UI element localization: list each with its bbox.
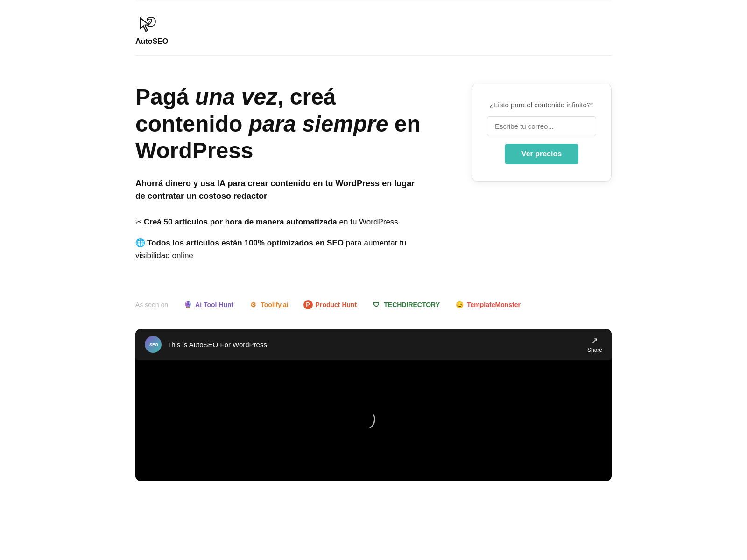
video-header-left: SEO This is AutoSEO For WordPress! [145,336,269,353]
email-input[interactable] [487,116,596,136]
toolify-label: Toolify.ai [261,301,288,308]
loading-cursor: ) [369,412,378,429]
video-share-button[interactable]: ↗ Share [587,336,602,353]
feature1-link[interactable]: Creá 50 artículos por hora de manera aut… [144,217,337,226]
video-container[interactable]: SEO This is AutoSEO For WordPress! ↗ Sha… [135,329,612,481]
video-avatar: SEO [145,336,162,353]
templatemonster-label: TemplateMonster [467,301,521,308]
brand-toolify[interactable]: ⚙ Toolify.ai [248,300,288,309]
share-icon: ↗ [591,336,598,346]
techdirectory-label: TECHDIRECTORY [384,301,440,308]
toolify-icon: ⚙ [248,300,258,309]
svg-text:SEO: SEO [149,343,158,347]
ai-tool-hunt-label: Ai Tool Hunt [195,301,233,308]
product-hunt-icon: P [303,300,313,309]
brand-techdirectory[interactable]: 🛡 TECHDIRECTORY [372,300,440,309]
cta-question: ¿Listo para el contenido infinito?* [490,101,593,109]
hero-feature-2: 🌐Todos los artículos están 100% optimiza… [135,237,425,262]
brand-templatemonster[interactable]: 😊 TemplateMonster [455,300,521,309]
header: AutoSEO [135,0,612,56]
avatar-logo-icon: SEO [148,339,158,350]
hero-subtitle: Ahorrá dinero y usa IA para crear conten… [135,177,425,203]
hero-title: Pagá una vez, creá contenido para siempr… [135,84,425,164]
cta-card: ¿Listo para el contenido infinito?* Ver … [472,84,612,182]
ver-precios-button[interactable]: Ver precios [505,144,578,164]
ai-tool-hunt-icon: 🔮 [183,300,192,309]
brand-product-hunt[interactable]: P Product Hunt [303,300,357,309]
logo[interactable]: AutoSEO [135,14,612,46]
brand-ai-tool-hunt[interactable]: 🔮 Ai Tool Hunt [183,300,233,309]
video-section: SEO This is AutoSEO For WordPress! ↗ Sha… [135,324,612,500]
product-hunt-label: Product Hunt [316,301,357,308]
hero-left: Pagá una vez, creá contenido para siempr… [135,84,425,270]
autoseo-logo-icon [135,14,163,35]
video-body[interactable]: ) [135,360,612,481]
hero-section: Pagá una vez, creá contenido para siempr… [135,56,612,289]
hero-feature-1: ✂Creá 50 artículos por hora de manera au… [135,216,425,228]
logo-text: AutoSEO [135,37,168,46]
video-header: SEO This is AutoSEO For WordPress! ↗ Sha… [135,329,612,360]
templatemonster-icon: 😊 [455,300,464,309]
techdirectory-icon: 🛡 [372,300,381,309]
video-title: This is AutoSEO For WordPress! [167,341,269,349]
scissors-emoji: ✂ [135,217,142,226]
as-seen-label: As seen on [135,301,168,308]
globe-emoji: 🌐 [135,238,145,247]
feature2-link[interactable]: Todos los artículos están 100% optimizad… [147,238,344,247]
as-seen-on-bar: As seen on 🔮 Ai Tool Hunt ⚙ Toolify.ai P… [135,289,612,324]
share-label: Share [587,347,602,353]
